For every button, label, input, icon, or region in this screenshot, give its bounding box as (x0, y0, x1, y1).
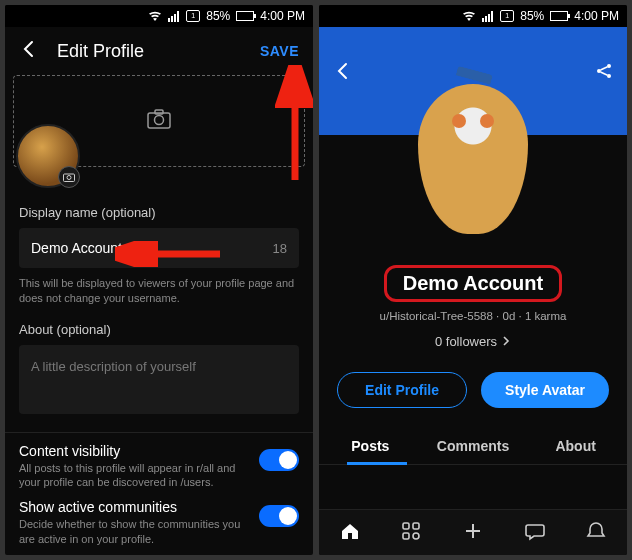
content-visibility-row: Content visibility All posts to this pro… (5, 433, 313, 490)
sim-icon: 1 (186, 10, 200, 22)
followers-button[interactable]: 0 followers (435, 334, 511, 349)
tab-about[interactable]: About (524, 428, 627, 464)
svg-point-8 (67, 176, 71, 180)
display-name-hint: This will be displayed to viewers of you… (19, 276, 299, 306)
clock: 4:00 PM (574, 9, 619, 23)
show-active-title: Show active communities (19, 499, 249, 515)
show-active-row: Show active communities Decide whether t… (5, 489, 313, 546)
wifi-icon (148, 10, 162, 22)
profile-screen: 1 85% 4:00 PM Demo Account u/Historical-… (319, 5, 627, 555)
battery-percent: 85% (520, 9, 544, 23)
svg-rect-1 (171, 16, 173, 22)
annotation-arrow-name (115, 241, 225, 267)
tab-posts[interactable]: Posts (319, 428, 422, 464)
nav-chat-icon[interactable] (524, 520, 546, 546)
tab-indicator (347, 462, 407, 465)
page-title: Edit Profile (57, 41, 242, 62)
signal-icon (168, 10, 180, 22)
svg-rect-2 (174, 14, 176, 22)
back-icon[interactable] (19, 39, 39, 63)
sim-icon: 1 (500, 10, 514, 22)
battery-icon (236, 11, 254, 21)
display-name-label: Display name (optional) (19, 205, 299, 220)
share-icon[interactable] (595, 62, 613, 84)
battery-icon (550, 11, 568, 21)
svg-point-5 (155, 116, 164, 125)
content-visibility-toggle[interactable] (259, 449, 299, 471)
svg-rect-0 (168, 18, 170, 22)
svg-rect-13 (488, 14, 490, 22)
svg-rect-11 (482, 18, 484, 22)
profile-avatar[interactable] (408, 79, 538, 239)
top-bar: Edit Profile SAVE (5, 27, 313, 75)
camera-icon (147, 109, 171, 133)
content-visibility-title: Content visibility (19, 443, 249, 459)
nav-create-icon[interactable] (462, 520, 484, 546)
bottom-nav (319, 509, 627, 555)
status-bar: 1 85% 4:00 PM (5, 5, 313, 27)
svg-point-23 (413, 533, 419, 539)
avatar-upload[interactable] (16, 124, 80, 188)
save-button[interactable]: SAVE (260, 43, 299, 59)
back-icon[interactable] (333, 61, 353, 85)
svg-rect-6 (155, 110, 163, 114)
about-label: About (optional) (19, 322, 299, 337)
svg-rect-14 (491, 11, 493, 22)
about-input[interactable]: A little description of yourself (19, 345, 299, 414)
edit-profile-button[interactable]: Edit Profile (337, 372, 467, 408)
show-active-sub: Decide whether to show the communities y… (19, 517, 249, 546)
status-bar: 1 85% 4:00 PM (319, 5, 627, 27)
nav-home-icon[interactable] (339, 520, 361, 546)
edit-profile-screen: 1 85% 4:00 PM Edit Profile SAVE Display … (5, 5, 313, 555)
signal-icon (482, 10, 494, 22)
svg-line-18 (601, 67, 608, 70)
wifi-icon (462, 10, 476, 22)
svg-rect-12 (485, 16, 487, 22)
nav-discover-icon[interactable] (400, 520, 422, 546)
svg-rect-21 (413, 523, 419, 529)
battery-percent: 85% (206, 9, 230, 23)
annotation-arrow-save (275, 65, 313, 185)
tab-comments[interactable]: Comments (422, 428, 525, 464)
svg-rect-3 (177, 11, 179, 22)
camera-badge-icon (58, 166, 80, 188)
banner-upload[interactable] (13, 75, 305, 167)
style-avatar-button[interactable]: Style Avatar (481, 372, 609, 408)
svg-rect-20 (403, 523, 409, 529)
svg-rect-22 (403, 533, 409, 539)
clock: 4:00 PM (260, 9, 305, 23)
content-visibility-sub: All posts to this profile will appear in… (19, 461, 249, 490)
nav-inbox-icon[interactable] (585, 520, 607, 546)
followers-label: 0 followers (435, 334, 497, 349)
svg-line-19 (601, 72, 608, 75)
display-name-counter: 18 (273, 241, 287, 256)
show-active-toggle[interactable] (259, 505, 299, 527)
chevron-right-icon (501, 334, 511, 349)
profile-meta: u/Historical-Tree-5588 · 0d · 1 karma (319, 310, 627, 322)
profile-display-name: Demo Account (384, 265, 562, 302)
